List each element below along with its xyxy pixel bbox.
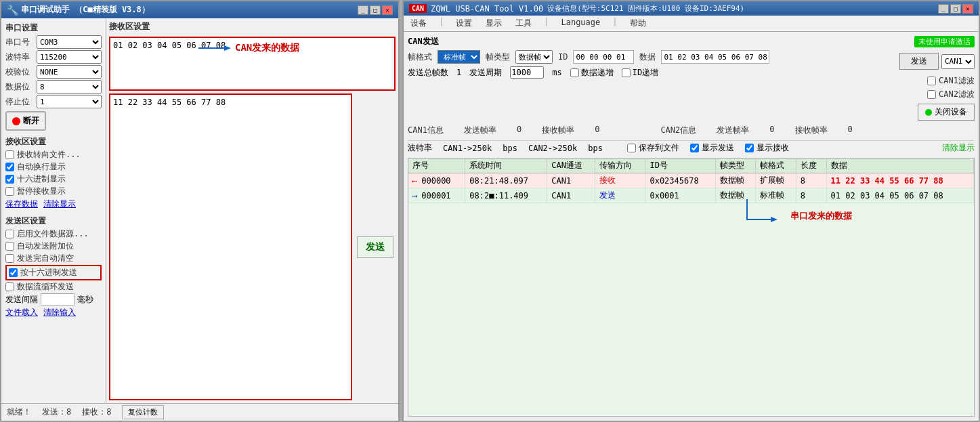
clear-input-button[interactable]: 清除输入: [43, 307, 76, 318]
disconnect-button[interactable]: 断开: [5, 111, 46, 131]
data-input[interactable]: [661, 50, 769, 64]
can1-recv-rate-label: 接收帧率: [542, 125, 574, 136]
right-data-area: 接收区设置 01 02 03 04 05 06 07 08 CAN发来的数据 1…: [106, 18, 398, 403]
menu-sep1: |: [439, 17, 444, 30]
data-loop-checkbox[interactable]: [570, 68, 579, 77]
can2-send-rate-label: 发送帧率: [717, 125, 749, 136]
menu-device[interactable]: 设备: [409, 17, 428, 30]
auto-append-checkbox[interactable]: [5, 242, 14, 251]
hex-display-checkbox[interactable]: [5, 175, 14, 184]
can2-filter-checkbox[interactable]: [927, 90, 936, 99]
can1-send-rate-label: 发送帧率: [464, 125, 496, 136]
row0-channel: CAN1: [547, 173, 595, 188]
hex-send-row: 按十六进制发送: [5, 265, 102, 280]
header-row: 序号 系统时间 CAN通道 传输方向 ID号 帧类型 帧格式 长度 数据: [408, 159, 974, 173]
pause-display-checkbox[interactable]: [5, 187, 14, 196]
serial-arrow-svg: [733, 199, 788, 233]
id-input[interactable]: [573, 50, 634, 64]
can-title-text: CAN ZQWL USB-CAN Tool V1.00 设备信息(型号:5C12…: [409, 3, 744, 14]
loop-send-checkbox[interactable]: [5, 282, 14, 291]
can-close-btn[interactable]: ✕: [962, 4, 973, 14]
frame-format-select[interactable]: 标准帧: [438, 50, 480, 64]
col-channel: CAN通道: [547, 159, 595, 173]
interval-input[interactable]: 1000: [41, 293, 74, 305]
receive-to-file-row: 接收转向文件...: [5, 149, 102, 161]
receive-header: 接收区设置: [109, 21, 396, 34]
send-data-box[interactable]: 11 22 33 44 55 66 77 88: [109, 93, 352, 400]
row1-channel: CAN1: [547, 188, 595, 203]
parity-select[interactable]: NONE: [37, 65, 102, 79]
send-button[interactable]: 发送: [357, 236, 393, 258]
col-seq: 序号: [408, 159, 465, 173]
reset-count-button[interactable]: 复位计数: [122, 405, 164, 419]
send-close-row: 发送 CAN1: [899, 53, 975, 70]
can1-baud-left: CAN1->250k: [443, 144, 492, 153]
enable-file-row: 启用文件数据源...: [5, 228, 102, 240]
can-restore-btn[interactable]: □: [950, 4, 961, 14]
row1-direction: 发送: [595, 188, 645, 203]
receive-data-label: 接收区设置: [109, 21, 150, 33]
close-btn[interactable]: ✕: [382, 5, 393, 15]
can1-filter-checkbox[interactable]: [927, 77, 936, 85]
show-recv-checkbox[interactable]: [745, 144, 754, 152]
id-loop-check: ID递增: [622, 67, 658, 79]
receive-to-file-checkbox[interactable]: [5, 150, 14, 159]
stop-bits-select[interactable]: 1: [37, 95, 102, 108]
svg-marker-2: [771, 217, 777, 222]
menu-tools[interactable]: 工具: [514, 17, 533, 30]
show-send-check: 显示发送: [690, 142, 734, 154]
restore-btn[interactable]: □: [370, 5, 381, 15]
can-minimize-btn[interactable]: _: [938, 4, 949, 14]
loop-send-label: 数据流循环发送: [17, 281, 74, 293]
port-row: 串口号 COM3: [5, 35, 102, 49]
save-data-button[interactable]: 保存数据: [5, 198, 38, 210]
menu-settings[interactable]: 设置: [454, 17, 473, 30]
col-length: 长度: [796, 159, 826, 173]
period-input[interactable]: [510, 66, 544, 79]
auto-clear-checkbox[interactable]: [5, 254, 14, 263]
hex-send-checkbox[interactable]: [9, 268, 18, 277]
show-send-checkbox[interactable]: [690, 144, 699, 152]
can-send-format-row: 帧格式 标准帧 帧类型 数据帧 ID 数据: [408, 50, 894, 64]
menu-display[interactable]: 显示: [484, 17, 503, 30]
id-loop-checkbox[interactable]: [622, 68, 631, 77]
stop-bits-row: 停止位 1: [5, 95, 102, 108]
can-send-button[interactable]: 发送: [899, 53, 939, 70]
pause-display-row: 暂停接收显示: [5, 186, 102, 197]
table-row: ⟶ 000001 08:2■:11.409 CAN1 发送 0x0001 数据帧…: [408, 188, 974, 203]
auto-line-checkbox[interactable]: [5, 163, 14, 171]
row1-id: 0x0001: [645, 188, 715, 203]
can-channel-select[interactable]: CAN1: [941, 54, 975, 69]
can2-recv-rate-label: 接收帧率: [795, 125, 828, 136]
auto-clear-row: 发送完自动清空: [5, 253, 102, 264]
title-controls: _ □ ✕: [358, 5, 393, 15]
minimize-btn[interactable]: _: [358, 5, 368, 15]
main-content: 串口设置 串口号 COM3 波特率 115200 校验位 NONE: [1, 18, 398, 403]
port-label: 串口号: [5, 37, 34, 48]
enable-file-checkbox[interactable]: [5, 230, 14, 238]
data-bits-label: 数据位: [5, 81, 34, 93]
top-right-controls: 未使用申请激活 发送 CAN1 CAN1滤波 CAN2滤波: [899, 36, 975, 121]
file-load-button[interactable]: 文件载入: [5, 307, 38, 318]
clear-display-button[interactable]: 清除显示: [43, 198, 76, 210]
frame-type-label: 帧类型: [486, 51, 510, 63]
can-title-bar: CAN ZQWL USB-CAN Tool V1.00 设备信息(型号:5C12…: [404, 1, 979, 16]
recv-icon-0: ⟵: [412, 177, 421, 186]
can2-filter-label: CAN2滤波: [939, 89, 975, 100]
baud-select[interactable]: 115200: [37, 50, 102, 64]
data-bits-select[interactable]: 8: [37, 80, 102, 93]
can-title-controls: _ □ ✕: [938, 4, 973, 14]
clear-log-button[interactable]: 清除显示: [942, 142, 975, 154]
interval-label: 发送间隔: [5, 294, 38, 305]
receive-data-box: 01 02 03 04 05 06 07 08 CAN发来的数据: [109, 37, 396, 91]
menu-help[interactable]: 帮助: [629, 17, 647, 30]
frame-type-select[interactable]: 数据帧: [515, 50, 553, 64]
send-settings-label: 发送区设置: [5, 215, 102, 227]
total-value: 1: [456, 68, 461, 77]
save-file-checkbox[interactable]: [627, 144, 636, 152]
menu-language[interactable]: Language: [559, 17, 601, 30]
port-select[interactable]: COM3: [37, 35, 102, 49]
close-device-button[interactable]: 关闭设备: [918, 104, 975, 121]
title-left: 🔧 串口调试助手 （C■精装版 V3.8）: [7, 4, 150, 16]
baud-row: 波特率 CAN1->250k bps CAN2->250k bps 保存到文件 …: [408, 140, 975, 155]
